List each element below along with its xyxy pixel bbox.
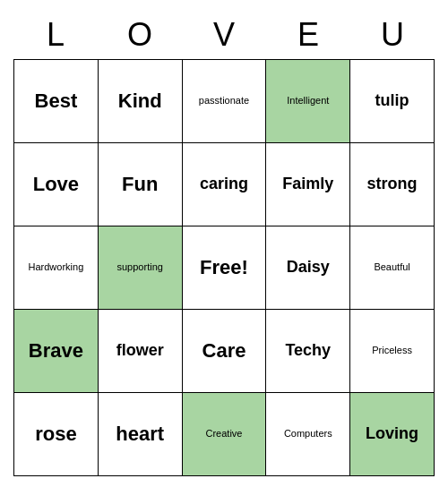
- cell-text-r2-c4: Beautful: [374, 261, 409, 273]
- cell-text-r3-c4: Priceless: [372, 345, 412, 356]
- cell-r3-c3: Techy: [266, 310, 350, 393]
- cell-text-r1-c1: Fun: [122, 173, 158, 196]
- cell-r0-c1: Kind: [99, 60, 183, 143]
- header-col-v: V: [182, 11, 266, 59]
- cell-text-r0-c3: Intelligent: [287, 95, 329, 107]
- cell-text-r0-c0: Best: [35, 90, 78, 113]
- cell-text-r4-c0: rose: [35, 423, 76, 446]
- cell-r3-c4: Priceless: [350, 310, 435, 393]
- header-col-u: U: [350, 11, 435, 59]
- cell-r1-c1: Fun: [99, 143, 183, 226]
- cell-r0-c2: passtionate: [183, 60, 267, 143]
- cell-r0-c4: tulip: [350, 60, 435, 143]
- cell-r1-c0: Love: [14, 143, 99, 226]
- cell-r4-c3: Computers: [266, 393, 350, 476]
- cell-text-r2-c2: Free!: [200, 256, 248, 279]
- cell-text-r4-c4: Loving: [366, 424, 418, 444]
- cell-text-r1-c2: caring: [200, 175, 248, 194]
- bingo-card: LOVEU BestKindpasstionateIntelligenttuli…: [13, 11, 435, 476]
- cell-r4-c2: Creative: [183, 393, 267, 476]
- header-col-o: O: [98, 11, 182, 59]
- cell-text-r1-c0: Love: [33, 173, 79, 196]
- cell-r1-c3: Faimly: [266, 143, 350, 226]
- cell-text-r1-c4: strong: [367, 175, 418, 194]
- cell-text-r1-c3: Faimly: [282, 175, 333, 194]
- cell-text-r3-c0: Brave: [29, 339, 83, 363]
- cell-r4-c1: heart: [99, 393, 183, 476]
- cell-r2-c1: supporting: [99, 226, 183, 310]
- cell-r3-c0: Brave: [14, 310, 99, 393]
- cell-text-r3-c1: flower: [116, 341, 164, 361]
- cell-r3-c1: flower: [99, 310, 183, 393]
- cell-text-r0-c4: tulip: [375, 91, 409, 111]
- cell-text-r2-c1: supporting: [117, 261, 163, 273]
- header-col-l: L: [13, 11, 98, 59]
- header-col-e: E: [266, 11, 350, 59]
- cell-text-r3-c2: Care: [202, 339, 246, 363]
- cell-r0-c3: Intelligent: [266, 60, 350, 143]
- cell-r1-c2: caring: [183, 143, 267, 226]
- cell-r1-c4: strong: [350, 143, 435, 226]
- cell-r0-c0: Best: [14, 60, 99, 143]
- bingo-grid: BestKindpasstionateIntelligenttulipLoveF…: [13, 59, 435, 476]
- cell-r2-c3: Daisy: [266, 226, 350, 310]
- cell-text-r4-c3: Computers: [284, 428, 332, 440]
- cell-r2-c4: Beautful: [350, 226, 435, 310]
- cell-text-r2-c0: Hardworking: [29, 261, 84, 273]
- cell-r2-c2: Free!: [183, 226, 267, 310]
- cell-r3-c2: Care: [183, 310, 267, 393]
- cell-r4-c4: Loving: [350, 393, 435, 476]
- cell-text-r0-c2: passtionate: [199, 95, 249, 107]
- cell-text-r3-c3: Techy: [285, 341, 331, 361]
- bingo-header: LOVEU: [13, 11, 435, 59]
- cell-text-r0-c1: Kind: [118, 90, 162, 113]
- cell-text-r4-c2: Creative: [206, 428, 243, 440]
- cell-text-r2-c3: Daisy: [287, 258, 330, 278]
- cell-text-r4-c1: heart: [116, 423, 164, 446]
- cell-r2-c0: Hardworking: [14, 226, 99, 310]
- cell-r4-c0: rose: [14, 393, 99, 476]
